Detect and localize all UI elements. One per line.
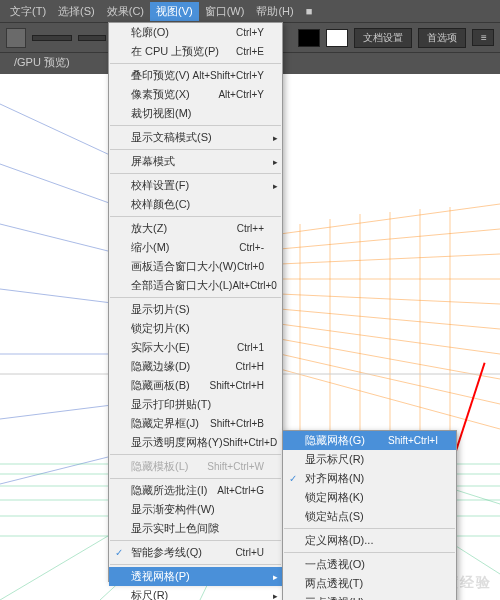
- menu-6[interactable]: ■: [300, 3, 319, 19]
- menu-item[interactable]: 校样颜色(C): [109, 195, 282, 214]
- tool-button[interactable]: [6, 28, 26, 48]
- shortcut: Alt+Ctrl+0: [232, 280, 276, 291]
- menu-label: 锁定切片(K): [131, 321, 190, 336]
- menu-label: 校样颜色(C): [131, 197, 190, 212]
- menu-item[interactable]: 校样设置(F): [109, 176, 282, 195]
- menu-item[interactable]: 显示切片(S): [109, 300, 282, 319]
- preferences-button[interactable]: 首选项: [418, 28, 466, 48]
- menu-item: 隐藏模板(L)Shift+Ctrl+W: [109, 457, 282, 476]
- menu-5[interactable]: 帮助(H): [250, 2, 299, 21]
- menu-item[interactable]: 在 CPU 上预览(P)Ctrl+E: [109, 42, 282, 61]
- menu-item[interactable]: 显示渐变构件(W): [109, 500, 282, 519]
- menu-label: 显示实时上色间隙: [131, 521, 219, 536]
- menu-item[interactable]: 全部适合窗口大小(L)Alt+Ctrl+0: [109, 276, 282, 295]
- menu-item[interactable]: 实际大小(E)Ctrl+1: [109, 338, 282, 357]
- menu-label: 校样设置(F): [131, 178, 189, 193]
- shortcut: Shift+Ctrl+D: [223, 437, 277, 448]
- menu-label: 显示渐变构件(W): [131, 502, 215, 517]
- menu-label: 隐藏画板(B): [131, 378, 190, 393]
- shortcut: Ctrl+U: [235, 547, 264, 558]
- menu-3[interactable]: 视图(V): [150, 2, 199, 21]
- separator: [284, 552, 455, 553]
- fill-swatch[interactable]: [298, 29, 320, 47]
- align-button[interactable]: ≡: [472, 29, 494, 46]
- menu-item[interactable]: 隐藏边缘(D)Ctrl+H: [109, 357, 282, 376]
- shortcut: Ctrl+-: [239, 242, 264, 253]
- select-1[interactable]: [78, 35, 106, 41]
- shortcut: Ctrl+H: [235, 361, 264, 372]
- separator: [110, 540, 281, 541]
- menu-4[interactable]: 窗口(W): [199, 2, 251, 21]
- menu-label: 隐藏模板(L): [131, 459, 188, 474]
- menu-item[interactable]: 显示文稿模式(S): [109, 128, 282, 147]
- shortcut: Ctrl++: [237, 223, 264, 234]
- shortcut: Alt+Shift+Ctrl+Y: [193, 70, 264, 81]
- menu-item[interactable]: 隐藏网格(G)Shift+Ctrl+I: [283, 431, 456, 450]
- menu-label: 轮廓(O): [131, 25, 169, 40]
- menu-item[interactable]: 显示透明度网格(Y)Shift+Ctrl+D: [109, 433, 282, 452]
- menu-label: 画板适合窗口大小(W): [131, 259, 237, 274]
- menu-item[interactable]: 隐藏定界框(J)Shift+Ctrl+B: [109, 414, 282, 433]
- shortcut: Alt+Ctrl+G: [217, 485, 264, 496]
- shortcut: Shift+Ctrl+I: [388, 435, 438, 446]
- menu-label: 缩小(M): [131, 240, 170, 255]
- menu-label: 三点透视(H): [305, 595, 364, 600]
- menu-label: 显示打印拼贴(T): [131, 397, 211, 412]
- menu-item[interactable]: 叠印预览(V)Alt+Shift+Ctrl+Y: [109, 66, 282, 85]
- menu-item[interactable]: 智能参考线(Q)Ctrl+U: [109, 543, 282, 562]
- menu-item[interactable]: 轮廓(O)Ctrl+Y: [109, 23, 282, 42]
- menu-item[interactable]: 定义网格(D)...: [283, 531, 456, 550]
- menu-0[interactable]: 文字(T): [4, 2, 52, 21]
- menu-item[interactable]: 三点透视(H): [283, 593, 456, 600]
- zoom-select[interactable]: [32, 35, 72, 41]
- menu-2[interactable]: 效果(C): [101, 2, 150, 21]
- menu-label: 全部适合窗口大小(L): [131, 278, 232, 293]
- separator: [110, 125, 281, 126]
- menu-label: 实际大小(E): [131, 340, 190, 355]
- menu-label: 锁定网格(K): [305, 490, 364, 505]
- menu-item[interactable]: 锁定切片(K): [109, 319, 282, 338]
- shortcut: Ctrl+Y: [236, 27, 264, 38]
- menu-item[interactable]: 屏幕模式: [109, 152, 282, 171]
- menu-label: 放大(Z): [131, 221, 167, 236]
- stroke-swatch[interactable]: [326, 29, 348, 47]
- menu-label: 对齐网格(N): [305, 471, 364, 486]
- shortcut: Shift+Ctrl+B: [210, 418, 264, 429]
- menu-item[interactable]: 画板适合窗口大小(W)Ctrl+0: [109, 257, 282, 276]
- menu-item[interactable]: 隐藏所选批注(I)Alt+Ctrl+G: [109, 481, 282, 500]
- menu-label: 隐藏边缘(D): [131, 359, 190, 374]
- menu-item[interactable]: 像素预览(X)Alt+Ctrl+Y: [109, 85, 282, 104]
- menu-item[interactable]: 缩小(M)Ctrl+-: [109, 238, 282, 257]
- separator: [110, 564, 281, 565]
- separator: [110, 216, 281, 217]
- shortcut: Shift+Ctrl+W: [207, 461, 264, 472]
- separator: [284, 528, 455, 529]
- menu-item[interactable]: 隐藏画板(B)Shift+Ctrl+H: [109, 376, 282, 395]
- menu-item[interactable]: 锁定站点(S): [283, 507, 456, 526]
- menu-label: 定义网格(D)...: [305, 533, 373, 548]
- menu-label: 隐藏定界框(J): [131, 416, 199, 431]
- menu-label: 锁定站点(S): [305, 509, 364, 524]
- separator: [110, 149, 281, 150]
- menu-item[interactable]: 标尺(R): [109, 586, 282, 600]
- menu-item[interactable]: 显示实时上色间隙: [109, 519, 282, 538]
- menubar: 文字(T)选择(S)效果(C)视图(V)窗口(W)帮助(H)■: [0, 0, 500, 22]
- menu-item[interactable]: 两点透视(T): [283, 574, 456, 593]
- menu-label: 裁切视图(M): [131, 106, 192, 121]
- menu-label: 显示文稿模式(S): [131, 130, 212, 145]
- shortcut: Ctrl+E: [236, 46, 264, 57]
- menu-item[interactable]: 对齐网格(N): [283, 469, 456, 488]
- menu-item[interactable]: 显示标尺(R): [283, 450, 456, 469]
- menu-item[interactable]: 放大(Z)Ctrl++: [109, 219, 282, 238]
- menu-item[interactable]: 裁切视图(M): [109, 104, 282, 123]
- menu-label: 一点透视(O): [305, 557, 365, 572]
- separator: [110, 297, 281, 298]
- menu-item[interactable]: 一点透视(O): [283, 555, 456, 574]
- menu-item[interactable]: 显示打印拼贴(T): [109, 395, 282, 414]
- menu-1[interactable]: 选择(S): [52, 2, 101, 21]
- tab[interactable]: /GPU 预览): [8, 54, 76, 70]
- menu-item[interactable]: 透视网格(P): [109, 567, 282, 586]
- separator: [110, 173, 281, 174]
- doc-setup-button[interactable]: 文档设置: [354, 28, 412, 48]
- menu-item[interactable]: 锁定网格(K): [283, 488, 456, 507]
